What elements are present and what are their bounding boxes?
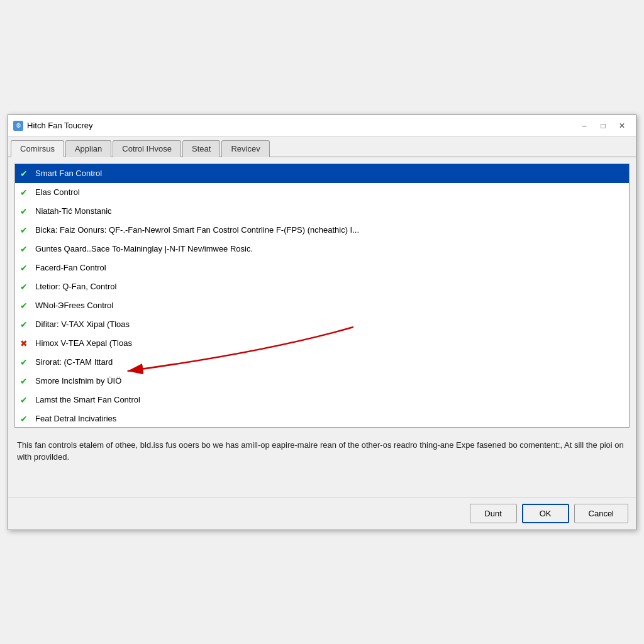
feature-list[interactable]: ✔ Smart Fan Control ✔ Elas Control ✔ Nia… <box>14 164 630 428</box>
tab-cotrol-ihvose[interactable]: Cotrol IHvose <box>113 140 181 157</box>
app-icon: ⚙ <box>13 121 23 131</box>
check-icon: ✔ <box>20 414 30 424</box>
check-icon: ✔ <box>20 395 30 405</box>
main-content: ✔ Smart Fan Control ✔ Elas Control ✔ Nia… <box>8 157 636 491</box>
x-icon: ✖ <box>20 338 30 348</box>
ok-button[interactable]: OK <box>522 504 569 523</box>
item-label: Guntes Qaard..Sace To-Maininglay |-N-IT … <box>35 244 253 253</box>
list-item[interactable]: ✖ Himox V-TEA Xepal (Tloas <box>15 334 629 353</box>
list-item[interactable]: ✔ Ltetior: Q-Fan, Control <box>15 277 629 296</box>
list-item[interactable]: ✔ WNol-ЭFrees Control <box>15 296 629 315</box>
item-label: Elas Control <box>35 187 80 197</box>
item-label: Lamst the Smart Fan Control <box>35 395 140 404</box>
title-bar: ⚙ Hitch Fan Toucrey – □ ✕ <box>8 115 636 137</box>
list-item[interactable]: ✔ Feat Detral Incivatiries <box>15 409 629 428</box>
check-icon: ✔ <box>20 376 30 386</box>
main-window: ⚙ Hitch Fan Toucrey – □ ✕ Comirsus Appli… <box>8 114 636 530</box>
item-label: Sirorat: (C-TAM Ittard <box>35 357 113 367</box>
list-wrapper: ✔ Smart Fan Control ✔ Elas Control ✔ Nia… <box>14 164 630 428</box>
item-label: Bicka: Faiz Oonurs: QF-.-Fan-Newrol Smar… <box>35 225 359 235</box>
tab-comirsus[interactable]: Comirsus <box>11 140 64 157</box>
cancel-button[interactable]: Cancel <box>574 504 628 523</box>
item-label: Himox V-TEA Xepal (Tloas <box>35 338 132 348</box>
tab-bar: Comirsus Applian Cotrol IHvose Steat Rev… <box>8 137 636 157</box>
check-icon: ✔ <box>20 357 30 367</box>
list-item[interactable]: ✔ Elas Control <box>15 183 629 202</box>
check-icon: ✔ <box>20 169 30 179</box>
minimize-button[interactable]: – <box>575 119 593 133</box>
check-icon: ✔ <box>20 206 30 216</box>
tab-steat[interactable]: Steat <box>182 140 220 157</box>
item-label: Ltetior: Q-Fan, Control <box>35 282 116 291</box>
check-icon: ✔ <box>20 225 30 235</box>
list-item[interactable]: ✔ Bicka: Faiz Oonurs: QF-.-Fan-Newrol Sm… <box>15 221 629 240</box>
item-label: Difitar: V-TAX Xipal (Tloas <box>35 319 130 329</box>
item-label: Facerd-Fan Control <box>35 263 106 272</box>
item-label: Smart Fan Control <box>35 169 102 178</box>
item-label: WNol-ЭFrees Control <box>35 301 113 310</box>
list-item[interactable]: ✔ Niatah-Tić Monstanic <box>15 202 629 221</box>
check-icon: ✔ <box>20 282 30 292</box>
window-title: Hitch Fan Toucrey <box>27 121 93 130</box>
tab-applian[interactable]: Applian <box>65 140 111 157</box>
close-button[interactable]: ✕ <box>613 119 631 133</box>
list-item[interactable]: ✔ Lamst the Smart Fan Control <box>15 391 629 409</box>
list-item-arrow-target[interactable]: ✔ Sirorat: (C-TAM Ittard <box>15 353 629 372</box>
check-icon: ✔ <box>20 301 30 311</box>
dunt-button[interactable]: Dunt <box>470 504 517 523</box>
title-bar-left: ⚙ Hitch Fan Toucrey <box>13 121 93 131</box>
list-item[interactable]: ✔ Guntes Qaard..Sace To-Maininglay |-N-I… <box>15 240 629 258</box>
bottom-bar: Dunt OK Cancel <box>8 497 636 530</box>
tab-revicev[interactable]: Revicev <box>221 140 269 157</box>
item-label: Feat Detral Incivatiries <box>35 414 116 423</box>
description-text: This fan controls etalem of othee, bld.i… <box>14 434 630 484</box>
list-item[interactable]: ✔ Difitar: V-TAX Xipal (Tloas <box>15 315 629 334</box>
check-icon: ✔ <box>20 244 30 254</box>
check-icon: ✔ <box>20 319 30 330</box>
list-item[interactable]: ✔ Facerd-Fan Control <box>15 258 629 277</box>
check-icon: ✔ <box>20 263 30 273</box>
check-icon: ✔ <box>20 187 30 197</box>
maximize-button[interactable]: □ <box>594 119 612 133</box>
item-label: Smore Inclsfnim by ÜIÖ <box>35 376 121 386</box>
title-bar-controls: – □ ✕ <box>575 119 631 133</box>
list-item[interactable]: ✔ Smore Inclsfnim by ÜIÖ <box>15 372 629 391</box>
item-label: Niatah-Tić Monstanic <box>35 206 112 216</box>
list-item[interactable]: ✔ Smart Fan Control <box>15 164 629 183</box>
